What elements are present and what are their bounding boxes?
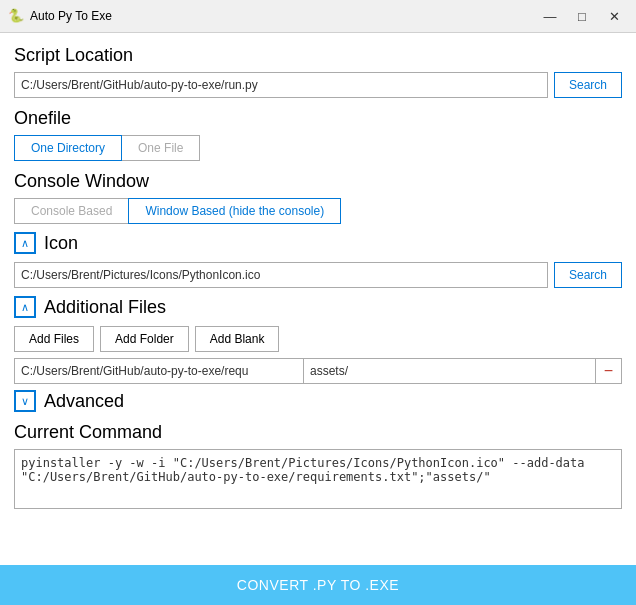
- advanced-collapse-icon[interactable]: ∨: [14, 390, 36, 412]
- add-folder-button[interactable]: Add Folder: [100, 326, 189, 352]
- current-command-title: Current Command: [14, 422, 622, 443]
- additional-files-collapse-icon[interactable]: ∧: [14, 296, 36, 318]
- close-button[interactable]: ✕: [600, 6, 628, 26]
- additional-files-title: Additional Files: [44, 297, 166, 318]
- add-files-button[interactable]: Add Files: [14, 326, 94, 352]
- one-file-button[interactable]: One File: [121, 135, 200, 161]
- advanced-title: Advanced: [44, 391, 124, 412]
- app-title: Auto Py To Exe: [30, 9, 112, 23]
- window-controls: — □ ✕: [536, 6, 628, 26]
- remove-file-button[interactable]: −: [596, 358, 622, 384]
- script-location-search-button[interactable]: Search: [554, 72, 622, 98]
- bottom-bar: CONVERT .PY TO .EXE: [0, 565, 636, 605]
- file-dest-input[interactable]: [304, 358, 596, 384]
- title-bar: 🐍 Auto Py To Exe — □ ✕: [0, 0, 636, 33]
- file-path-input[interactable]: [14, 358, 304, 384]
- one-directory-button[interactable]: One Directory: [14, 135, 122, 161]
- add-blank-button[interactable]: Add Blank: [195, 326, 280, 352]
- console-based-button[interactable]: Console Based: [14, 198, 129, 224]
- current-command-textarea[interactable]: pyinstaller -y -w -i "C:/Users/Brent/Pic…: [14, 449, 622, 509]
- icon-input-row: Search: [14, 262, 622, 288]
- icon-collapse-icon[interactable]: ∧: [14, 232, 36, 254]
- onefile-toggle-group: One Directory One File: [14, 135, 622, 161]
- console-window-title: Console Window: [14, 171, 622, 192]
- additional-files-buttons: Add Files Add Folder Add Blank: [14, 326, 622, 352]
- console-window-toggle-group: Console Based Window Based (hide the con…: [14, 198, 622, 224]
- minimize-button[interactable]: —: [536, 6, 564, 26]
- additional-files-header: ∧ Additional Files: [14, 296, 622, 318]
- onefile-title: Onefile: [14, 108, 622, 129]
- convert-button[interactable]: CONVERT .PY TO .EXE: [0, 565, 636, 605]
- icon-search-button[interactable]: Search: [554, 262, 622, 288]
- main-content: Script Location Search Onefile One Direc…: [0, 33, 636, 565]
- app-icon: 🐍: [8, 8, 24, 24]
- window-based-button[interactable]: Window Based (hide the console): [128, 198, 341, 224]
- script-location-input[interactable]: [14, 72, 548, 98]
- icon-input[interactable]: [14, 262, 548, 288]
- icon-section-header: ∧ Icon: [14, 232, 622, 254]
- script-location-title: Script Location: [14, 45, 622, 66]
- icon-section-title: Icon: [44, 233, 78, 254]
- maximize-button[interactable]: □: [568, 6, 596, 26]
- script-location-row: Search: [14, 72, 622, 98]
- advanced-header: ∨ Advanced: [14, 390, 622, 412]
- additional-files-row: −: [14, 358, 622, 384]
